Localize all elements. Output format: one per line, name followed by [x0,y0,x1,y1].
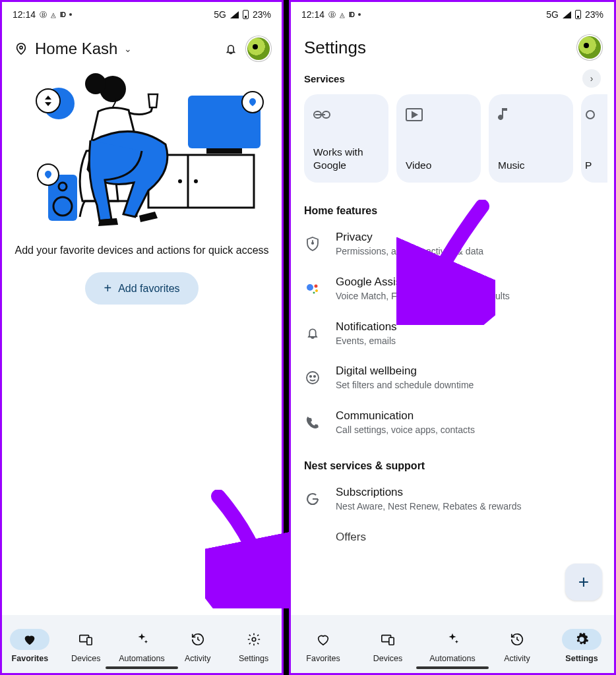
home-title-text: Home Kash [35,40,117,58]
status-icon-id: ID [60,11,65,18]
nav-automations[interactable]: Automations [420,629,485,663]
home-indicator [416,666,489,669]
svg-point-28 [315,289,318,292]
devices-icon [78,632,93,647]
bell-icon [304,326,321,341]
tile-video[interactable]: Video [396,94,481,183]
nav-settings[interactable]: Settings [549,629,614,663]
avatar[interactable] [247,38,270,60]
plus-icon: + [104,281,111,296]
row-digital-wellbeing[interactable]: Digital wellbeingSet filters and schedul… [291,356,614,401]
svg-point-24 [312,243,313,244]
svg-point-31 [310,376,311,377]
history-icon [510,632,524,647]
home-header: Home Kash ⌄ [2,27,282,65]
svg-point-26 [307,284,313,291]
sparkle-icon [135,632,149,647]
status-icon-triangle: ◬ [340,11,345,18]
tile-partial[interactable]: P [581,94,607,183]
sparkle-icon [445,632,460,647]
heart-outline-icon [316,632,330,647]
svg-point-30 [307,372,319,384]
nav-activity[interactable]: Activity [169,629,226,663]
svg-point-18 [252,637,256,641]
svg-point-23 [586,111,594,119]
fab-add[interactable]: + [565,564,602,601]
bottom-nav: Favorites Devices Automations Activity S… [291,615,614,673]
svg-point-0 [20,46,22,49]
settings-header: Settings [291,27,614,61]
favorites-empty-message: Add your favorite devices and actions fo… [2,234,282,272]
battery-pct: 23% [585,9,603,20]
chevron-right-icon[interactable]: › [582,69,601,88]
favorites-illustration [2,65,282,234]
tile-music[interactable]: Music [489,94,573,183]
row-google-assistant[interactable]: Google AssistantVoice Match, Face Match,… [291,267,614,312]
gear-icon [247,632,261,647]
services-header-row[interactable]: Services › [291,61,614,93]
battery-pct: 23% [253,9,271,20]
svg-point-27 [315,284,318,287]
status-dot [69,13,72,16]
row-privacy[interactable]: PrivacyPermissions, account activity & d… [291,222,614,267]
status-bar: 12:14 Ⓑ ◬ ID 5G 23% [2,2,282,27]
screen-settings: 12:14 Ⓑ ◬ ID 5G 23% Settings Services › … [289,0,616,675]
chevron-down-icon: ⌄ [124,44,132,54]
home-features-header: Home features [291,198,614,222]
svg-point-7 [194,179,198,183]
avatar[interactable] [578,36,601,59]
add-favorites-button[interactable]: + Add favorites [85,272,198,305]
location-pin-icon [14,42,28,56]
video-icon [406,105,472,125]
add-favorites-label: Add favorites [118,283,179,295]
wellbeing-icon [304,370,321,385]
status-bar: 12:14 Ⓑ ◬ ID 5G 23% [291,2,614,27]
nav-favorites[interactable]: Favorites [291,629,355,663]
signal-icon [563,11,571,18]
plus-icon: + [578,572,589,593]
status-dot [358,13,361,16]
services-tiles[interactable]: Works with Google Video Music P [291,93,614,198]
network-label: 5G [214,9,226,20]
screen-favorites: 12:14 Ⓑ ◬ ID 5G 23% Home Kash ⌄ [0,0,284,675]
svg-point-29 [313,291,315,293]
home-indicator [106,666,178,669]
row-communication[interactable]: CommunicationCall settings, voice apps, … [291,401,614,446]
svg-point-15 [36,89,60,113]
svg-point-6 [178,179,182,183]
phone-icon [304,416,321,429]
bottom-nav: Favorites Devices Automations Activity S… [2,615,282,673]
nav-devices[interactable]: Devices [355,629,420,663]
home-dropdown[interactable]: Home Kash ⌄ [14,40,214,58]
settings-title: Settings [304,38,366,58]
notifications-icon[interactable] [224,42,238,56]
nest-services-header: Nest services & support [291,446,614,477]
status-icon-triangle: ◬ [51,11,56,18]
gear-filled-icon [574,632,589,647]
status-icon-b: Ⓑ [40,10,47,20]
music-note-icon [498,105,564,125]
row-notifications[interactable]: NotificationsEvents, emails [291,312,614,357]
svg-point-32 [314,376,315,377]
nav-automations[interactable]: Automations [114,629,170,663]
history-icon [191,632,205,647]
clock: 12:14 [13,9,36,20]
nav-settings[interactable]: Settings [226,629,282,663]
nav-devices[interactable]: Devices [58,629,114,663]
status-icon-id: ID [349,11,354,18]
devices-icon [381,632,395,647]
network-label: 5G [546,9,559,20]
battery-icon [243,10,249,19]
shield-icon [304,236,321,252]
nav-favorites[interactable]: Favorites [2,629,58,663]
svg-rect-2 [206,148,242,154]
partial-icon [585,105,603,125]
nav-activity[interactable]: Activity [485,629,549,663]
services-label: Services [304,73,345,84]
heart-filled-icon [22,632,37,647]
clock: 12:14 [301,9,324,20]
tile-works-with-google[interactable]: Works with Google [304,94,388,183]
status-icon-b: Ⓑ [328,10,336,20]
row-offers[interactable]: Offers [291,522,614,545]
row-subscriptions[interactable]: SubscriptionsNest Aware, Nest Renew, Reb… [291,477,614,522]
